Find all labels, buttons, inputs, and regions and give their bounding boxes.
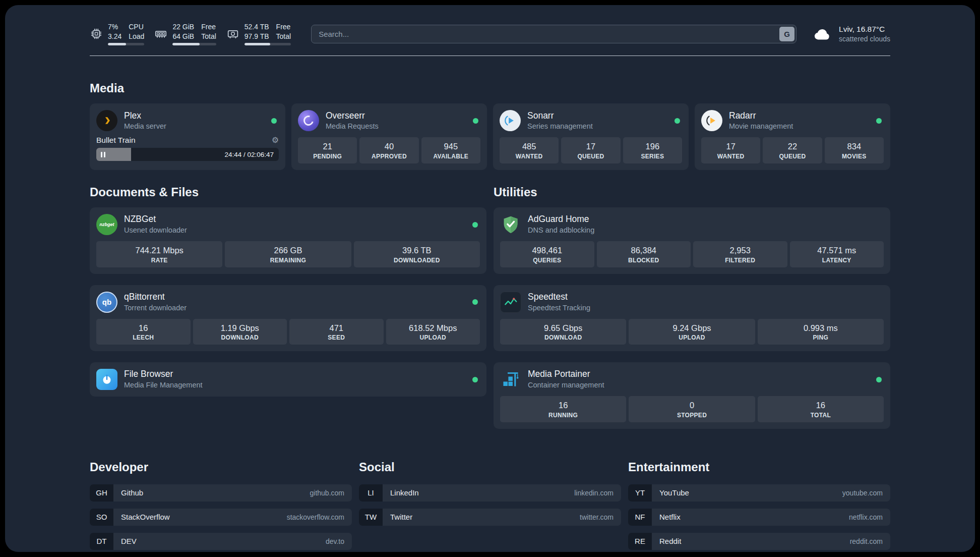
stat-value: 17 [703,141,758,152]
service-name: File Browser [124,369,203,380]
service-name: Sonarr [527,110,593,122]
service-card-sonarr[interactable]: Sonarr Series management 485 WANTED 17 Q… [493,103,689,170]
memory-icon [154,27,167,40]
service-header: Overseerr Media Requests [298,110,480,131]
bookmark-youtube[interactable]: YT YouTube youtube.com [628,484,890,502]
service-card-plex[interactable]: Plex Media server Bullet Train ⚙ 24:44 /… [90,103,285,170]
now-playing-title: Bullet Train [96,136,136,145]
stat-upload: 9.24 Gbps UPLOAD [629,319,755,345]
service-header: Radarr Movie management [701,110,884,131]
bookmark-netflix[interactable]: NF Netflix netflix.com [628,509,890,526]
status-dot [876,118,882,124]
stat-label: MOVIES [827,153,882,160]
service-name: Plex [124,110,166,122]
service-card-portainer[interactable]: Media Portainer Container management 16 … [494,362,890,429]
disk-free-label: Free [276,22,291,31]
stat-value: 9.24 Gbps [631,323,753,333]
stat-value: 39.6 TB [356,245,478,256]
disk-progress-bar [244,43,291,45]
playback-time: 24:44 / 02:06:47 [224,151,274,158]
topbar-divider [90,55,890,56]
bookmark-name: LinkedIn [390,488,419,497]
service-card-filebrowser[interactable]: File Browser Media File Management [90,362,486,397]
section-title-utilities: Utilities [494,185,890,199]
stat-value: 21 [300,141,355,152]
stat-label: RUNNING [502,412,624,419]
bookmark-abbr: DT [90,533,113,550]
status-dot [472,222,478,228]
stat-queued: 17 QUEUED [561,137,620,163]
search-provider-button[interactable]: G [779,27,794,41]
service-stats: 498,461 QUERIES 86,384 BLOCKED 2,953 FIL… [500,241,884,267]
service-card-radarr[interactable]: Radarr Movie management 17 WANTED 22 QUE… [695,103,890,170]
bookmark-name: Github [121,488,143,497]
stat-value: 0.993 ms [760,323,882,333]
overseerr-icon [298,110,319,131]
disk-total-value: 97.9 TB [244,32,269,41]
service-stats: 744.21 Mbps RATE 266 GB REMAINING 39.6 T… [96,241,480,267]
stat-filtered: 2,953 FILTERED [693,241,787,267]
service-subtitle: Series management [527,122,593,131]
memory-free-value: 22 GiB [172,22,194,31]
stat-blocked: 86,384 BLOCKED [597,241,691,267]
stat-running: 16 RUNNING [500,396,626,422]
stat-pending: 21 PENDING [298,137,357,163]
portainer-icon [500,369,521,390]
stat-value: 17 [563,141,618,152]
service-subtitle: Container management [528,380,604,390]
service-stats: 485 WANTED 17 QUEUED 196 SERIES [500,137,682,163]
bookmarks: Developer GH Github github.com SO StackO… [90,460,890,550]
stat-label: BLOCKED [599,257,689,264]
bookmark-url: github.com [310,489,344,497]
service-stats: 17 WANTED 22 QUEUED 834 MOVIES [701,137,884,163]
stat-value: 40 [361,141,416,152]
bookmark-dev[interactable]: DT DEV dev.to [90,533,352,550]
gear-icon[interactable]: ⚙ [272,136,279,144]
bookmark-name: DEV [121,537,137,545]
bookmark-stackoverflow[interactable]: SO StackOverflow stackoverflow.com [90,509,352,526]
bookmark-twitter[interactable]: TW Twitter twitter.com [359,509,621,526]
service-header: File Browser Media File Management [96,369,480,390]
bookmark-url: netflix.com [849,513,883,521]
bookmark-name: YouTube [659,488,689,497]
memory-widget: 22 GiB Free 64 GiB Total [154,22,216,45]
stat-value: 16 [98,323,189,333]
cpu-usage-label: CPU [129,22,144,31]
stat-value: 945 [423,141,478,152]
bookmark-name: Reddit [659,537,681,545]
stat-approved: 40 APPROVED [359,137,418,163]
service-card-nzbget[interactable]: nzbget NZBGet Usenet downloader 744.21 M… [90,207,486,274]
stat-value: 498,461 [502,245,592,256]
stat-label: STOPPED [631,412,753,419]
search-bar: G [311,25,797,43]
status-dot [876,377,882,382]
progress-fill [108,43,126,45]
weather-widget[interactable]: Lviv, 16.87°C scattered clouds [813,25,890,43]
service-stats: 9.65 Gbps DOWNLOAD 9.24 Gbps UPLOAD 0.99… [500,319,884,345]
service-header: AdGuard Home DNS and adblocking [500,214,884,235]
playback-progress-bar[interactable]: 24:44 / 02:06:47 [96,148,279,161]
service-card-qbittorrent[interactable]: qb qBittorrent Torrent downloader 16 LEE… [90,285,486,352]
bookmark-github[interactable]: GH Github github.com [90,484,352,502]
bookmark-reddit[interactable]: RE Reddit reddit.com [628,533,890,550]
service-card-overseerr[interactable]: Overseerr Media Requests 21 PENDING 40 A… [291,103,487,170]
cloud-icon [813,26,833,41]
stat-download: 9.65 Gbps DOWNLOAD [500,319,626,345]
stat-wanted: 17 WANTED [701,137,760,163]
weather-location: Lviv, 16.87°C [839,25,890,34]
stat-label: RATE [98,257,220,264]
stat-value: 86,384 [599,245,689,256]
resource-widgets: 7% CPU 3.24 Load [90,22,291,45]
pause-icon[interactable] [101,152,105,157]
service-name: qBittorrent [124,292,187,303]
bookmark-url: stackoverflow.com [287,513,344,521]
bookmark-abbr: SO [90,509,113,526]
bookmark-url: reddit.com [850,537,883,545]
stat-label: PING [760,334,882,341]
service-card-speedtest[interactable]: Speedtest Speedtest Tracking 9.65 Gbps D… [494,285,890,352]
search-input[interactable] [311,25,797,43]
service-subtitle: Media File Management [124,380,203,390]
bookmark-group-title: Social [359,460,621,474]
bookmark-linkedin[interactable]: LI LinkedIn linkedin.com [359,484,621,502]
service-card-adguard[interactable]: AdGuard Home DNS and adblocking 498,461 … [494,207,890,274]
